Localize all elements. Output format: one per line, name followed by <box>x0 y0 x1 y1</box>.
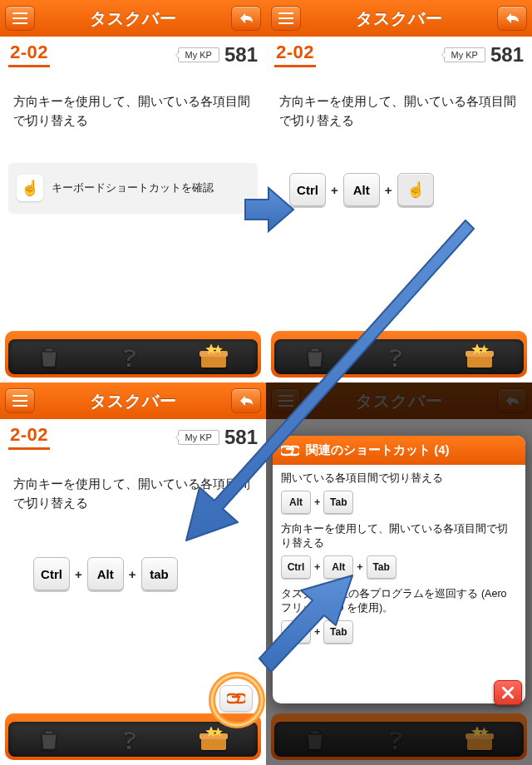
back-button[interactable] <box>231 388 261 413</box>
undo-icon <box>238 395 254 407</box>
key-alt: Alt <box>281 491 311 514</box>
svg-rect-1 <box>12 17 27 19</box>
question-number: 2-02 <box>8 424 50 450</box>
svg-rect-12 <box>12 405 27 407</box>
key-alt: Alt <box>323 555 353 579</box>
svg-rect-11 <box>12 400 27 402</box>
close-button[interactable] <box>494 680 522 705</box>
favorites-box-icon[interactable] <box>466 727 494 752</box>
key-tab: tab <box>141 557 178 590</box>
link-icon <box>281 445 299 457</box>
favorites-box-icon[interactable] <box>200 727 228 752</box>
question-number: 2-02 <box>8 42 50 67</box>
popup-item-text: 方向キーを使用して、開いている各項目間で切り替える <box>281 522 517 550</box>
list-icon <box>12 395 27 407</box>
back-button[interactable] <box>497 6 527 31</box>
related-button[interactable] <box>219 685 253 712</box>
help-icon[interactable] <box>119 345 140 368</box>
back-button[interactable] <box>231 6 261 31</box>
shortcut-display: Ctrl + Alt + tab <box>0 521 266 590</box>
list-icon <box>278 12 293 24</box>
plus-sign: + <box>129 567 136 581</box>
popup-title: 関連のショートカット (4) <box>306 442 450 458</box>
question-number: 2-02 <box>274 42 316 67</box>
list-icon <box>12 12 27 24</box>
link-icon <box>227 693 245 704</box>
menu-button[interactable] <box>5 388 35 413</box>
tap-key[interactable]: ☝ <box>397 173 434 206</box>
favorites-box-icon[interactable] <box>466 344 494 369</box>
page-title: タスクバー <box>301 7 497 30</box>
svg-rect-2 <box>12 22 27 24</box>
menu-button[interactable] <box>5 6 35 31</box>
reveal-shortcut-label: キーボードショートカットを確認 <box>52 181 214 195</box>
plus-sign: + <box>331 183 338 197</box>
reveal-shortcut-card[interactable]: ☝ キーボードショートカットを確認 <box>8 163 258 213</box>
undo-icon <box>504 12 520 24</box>
key-ctrl: Ctrl <box>281 555 311 579</box>
related-shortcuts-popup: 関連のショートカット (4) 開いている各項目間で切り替える Alt + Tab… <box>273 436 525 703</box>
popup-item-text: 開いている各項目間で切り替える <box>281 471 517 486</box>
undo-icon <box>238 12 254 24</box>
kp-label: My KP <box>444 47 485 62</box>
kp-label: My KP <box>178 47 219 62</box>
key-ctrl: Ctrl <box>33 557 70 590</box>
popup-item[interactable]: タスク バー上の各プログラムを巡回する (Aero フリップ 3-D を使用)。… <box>281 587 517 644</box>
header: タスクバー <box>0 0 266 37</box>
svg-rect-6 <box>278 17 293 19</box>
key-alt: Alt <box>87 557 124 590</box>
shortcut-display: Ctrl + Alt + ☝ <box>266 138 532 206</box>
kp-value: 581 <box>490 43 524 67</box>
key-ctrl: Ctrl <box>289 173 326 206</box>
kp-group: My KP 581 <box>178 43 258 67</box>
trash-icon[interactable] <box>38 728 60 751</box>
svg-rect-0 <box>12 12 27 14</box>
favorites-box-icon[interactable] <box>200 344 228 369</box>
plus-sign: + <box>385 183 392 197</box>
svg-rect-7 <box>278 22 293 24</box>
trash-icon[interactable] <box>304 728 326 751</box>
tap-icon: ☝ <box>17 175 43 201</box>
dock <box>5 331 261 378</box>
key-tab: Tab <box>367 555 397 579</box>
question-text: 方向キーを使用して、開いている各項目間で切り替える <box>0 71 266 138</box>
meta-row: 2-02 My KP 581 <box>0 37 266 71</box>
plus-sign: + <box>75 567 82 581</box>
menu-button[interactable] <box>271 6 301 31</box>
popup-item[interactable]: 開いている各項目間で切り替える Alt + Tab <box>281 471 517 514</box>
popup-item[interactable]: 方向キーを使用して、開いている各項目間で切り替える Ctrl + Alt + T… <box>281 522 517 579</box>
popup-item-text: タスク バー上の各プログラムを巡回する (Aero フリップ 3-D を使用)。 <box>281 587 517 615</box>
close-icon <box>502 687 514 698</box>
help-icon[interactable] <box>385 345 406 368</box>
question-text: 方向キーを使用して、開いている各項目間で切り替える <box>0 453 266 521</box>
help-icon[interactable] <box>385 728 406 751</box>
key-win: ⊞ <box>281 620 311 644</box>
page-title: タスクバー <box>35 7 231 30</box>
svg-rect-10 <box>12 395 27 397</box>
key-tab: Tab <box>323 491 353 514</box>
kp-value: 581 <box>224 43 258 67</box>
trash-icon[interactable] <box>38 345 60 368</box>
key-tab: Tab <box>323 620 353 644</box>
kp-value: 581 <box>224 426 258 449</box>
svg-rect-5 <box>278 12 293 14</box>
help-icon[interactable] <box>119 728 140 751</box>
kp-label: My KP <box>178 430 219 445</box>
page-title: タスクバー <box>35 390 231 412</box>
key-alt: Alt <box>343 173 380 206</box>
trash-icon[interactable] <box>304 345 326 368</box>
question-text: 方向キーを使用して、開いている各項目間で切り替える <box>266 71 532 138</box>
